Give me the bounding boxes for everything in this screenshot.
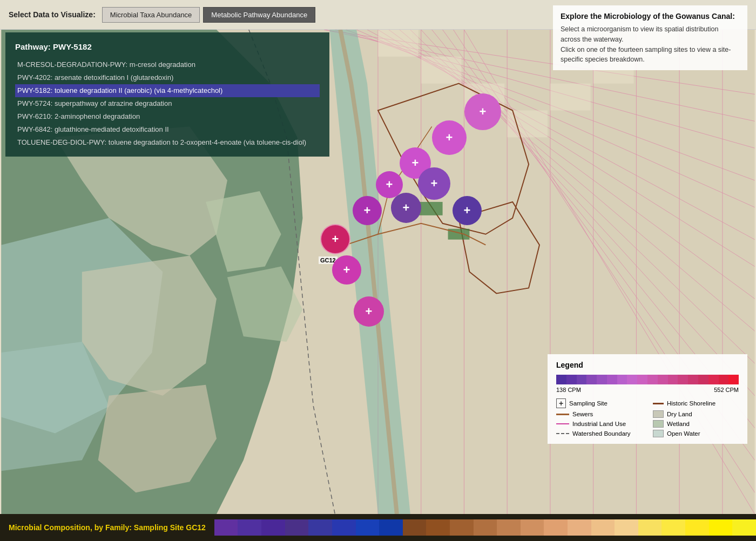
pathway-panel: Pathway: PWY-5182 M-CRESOL-DEGRADATION-P… (5, 32, 329, 157)
watershed-icon (556, 433, 569, 434)
pathway-item-item6[interactable]: PWY-6842: glutathione-mediated detoxific… (15, 123, 320, 136)
wetland-icon (653, 420, 664, 428)
legend-historic-label: Historic Shoreline (667, 400, 716, 407)
legend-open-water-label: Open Water (667, 430, 700, 437)
legend-items: + Sampling Site Historic Shoreline Sewer… (556, 398, 739, 437)
pathway-item-item3[interactable]: PWY-5182: toluene degradation II (aerobi… (15, 84, 320, 97)
site-gc12[interactable]: + GC12 (320, 224, 350, 254)
legend-historic-shore: Historic Shoreline (653, 398, 739, 408)
cpm-min: 138 CPM (556, 387, 581, 393)
pathway-title: Pathway: PWY-5182 (15, 40, 320, 54)
open-water-icon (653, 430, 664, 437)
legend-sewers: Sewers (556, 410, 642, 418)
legend-sampling-label: Sampling Site (569, 400, 608, 407)
explore-title: Explore the Microbiology of the Gowanus … (561, 11, 740, 22)
legend-sewers-label: Sewers (572, 411, 593, 417)
sampling-site-icon: + (556, 398, 566, 408)
site-6[interactable]: + (391, 193, 421, 223)
svg-rect-29 (550, 84, 591, 111)
explore-panel: Explore the Microbiology of the Gowanus … (553, 5, 747, 70)
legend-title: Legend (556, 361, 739, 369)
legend-watershed-label: Watershed Boundary (572, 430, 631, 437)
pathway-item-item5[interactable]: PWY-6210: 2-aminophenol degradation (15, 110, 320, 123)
tab-metabolic[interactable]: Metabolic Pathway Abundance (203, 7, 315, 23)
site-5[interactable]: + (464, 93, 501, 130)
tab-microbial[interactable]: Microbial Taxa Abundance (102, 7, 200, 23)
legend-open-water: Open Water (653, 430, 739, 437)
site-7[interactable]: + (418, 167, 450, 200)
legend-watershed: Watershed Boundary (556, 430, 642, 437)
industrial-icon (556, 423, 569, 424)
pathway-item-item4[interactable]: PWY-5724: superpathway of atrazine degra… (15, 97, 320, 110)
legend-industrial: Industrial Land Use (556, 420, 642, 428)
explore-desc2: Click on one of the fourteen sampling si… (561, 45, 740, 65)
pathway-item-item2[interactable]: PWY-4202: arsenate detoxification I (glu… (15, 71, 320, 84)
site-10[interactable]: + (354, 296, 384, 327)
historic-shore-icon (653, 403, 664, 404)
site-9[interactable]: + (332, 255, 361, 285)
legend-wetland-label: Wetland (667, 421, 690, 427)
site-8[interactable]: + (453, 196, 482, 225)
legend-dry-land: Dry Land (653, 410, 739, 418)
explore-desc1: Select a microorganism to view its spati… (561, 24, 740, 45)
cpm-labels: 138 CPM 552 CPM (556, 387, 739, 393)
legend-dry-land-label: Dry Land (667, 411, 692, 417)
sewers-icon (556, 414, 569, 415)
site-1[interactable]: + (353, 196, 382, 225)
legend-wetland: Wetland (653, 420, 739, 428)
legend-sampling-site: + Sampling Site (556, 398, 642, 408)
bottom-bar: Microbial Composition, by Family: Sampli… (0, 514, 756, 541)
pathway-item-item1[interactable]: M-CRESOL-DEGRADATION-PWY: m-cresol degra… (15, 58, 320, 71)
svg-rect-26 (421, 57, 462, 84)
visualize-label: Select Data to Visualize: (9, 10, 96, 19)
svg-rect-25 (378, 30, 418, 57)
color-bar (556, 375, 739, 384)
legend-industrial-label: Industrial Land Use (572, 421, 626, 427)
bottom-title: Microbial Composition, by Family: Sampli… (0, 523, 214, 532)
legend-box: Legend 138 CPM 552 CPM + Sampling Site H… (548, 354, 747, 444)
pathway-list: M-CRESOL-DEGRADATION-PWY: m-cresol degra… (15, 58, 320, 150)
dry-land-icon (653, 410, 664, 418)
site-4[interactable]: + (432, 120, 467, 155)
cpm-max: 552 CPM (714, 387, 739, 393)
pathway-item-item7[interactable]: TOLUENE-DEG-DIOL-PWY: toluene degradatio… (15, 136, 320, 149)
color-strip (214, 519, 756, 536)
